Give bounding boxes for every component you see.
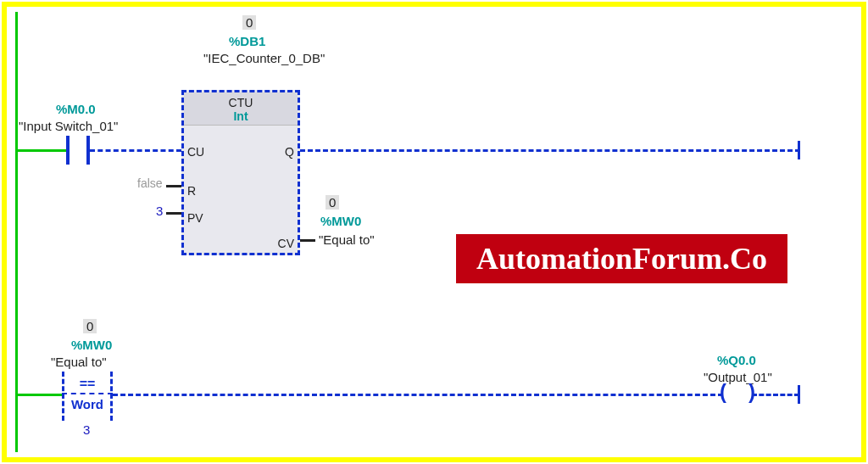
input-name: "Input Switch_01" [19, 119, 118, 133]
counter-instance-value: 0 [242, 15, 256, 30]
stub-cv [300, 239, 315, 242]
cmp-name: "Equal to" [51, 355, 107, 369]
wire-end-tick-2 [798, 385, 800, 404]
wire-contact-to-cu [90, 149, 181, 152]
output-name: "Output_01" [704, 370, 772, 384]
wire-q-end-tick [798, 141, 800, 159]
wire-coil-to-end [752, 394, 799, 396]
counter-instance-name: "IEC_Counter_0_DB" [203, 51, 305, 66]
watermark: AutomationForum.Co [456, 234, 787, 283]
cmp-address: %MW0 [71, 338, 112, 352]
cmp-operand2: 3 [83, 422, 90, 437]
stub-r [166, 185, 181, 187]
pin-q: Q [285, 145, 294, 159]
wire-q-out [300, 149, 800, 152]
pv-value: 3 [156, 204, 163, 218]
wire-rail-to-cmp [18, 394, 62, 396]
cmp-value: 0 [83, 319, 97, 333]
pin-cu: CU [187, 145, 204, 159]
contact-no[interactable] [66, 136, 90, 165]
counter-block[interactable]: CTU Int CU Q R PV CV [181, 90, 300, 255]
ladder-canvas: %M0.0 "Input Switch_01" 0 %DB1 "IEC_Coun… [7, 7, 861, 457]
counter-instance-db: %DB1 [229, 34, 265, 48]
pin-cv: CV [278, 237, 294, 250]
counter-datatype: Int [184, 109, 298, 123]
counter-type: CTU [184, 96, 298, 109]
cv-address: %MW0 [320, 214, 361, 228]
counter-header: CTU Int [184, 92, 298, 126]
wire-rail-to-contact [18, 149, 66, 152]
cmp-op: == [62, 377, 113, 392]
diagram-frame: %M0.0 "Input Switch_01" 0 %DB1 "IEC_Coun… [2, 2, 866, 462]
pin-r: R [187, 184, 196, 198]
output-coil[interactable]: ( ) [723, 383, 752, 407]
input-address: %M0.0 [56, 102, 96, 116]
wire-cmp-to-coil [113, 394, 723, 396]
cv-value: 0 [326, 195, 339, 210]
pin-pv: PV [187, 211, 203, 225]
cv-name: "Equal to" [319, 232, 375, 247]
cmp-datatype: Word [62, 397, 113, 411]
stub-pv [166, 212, 181, 215]
output-address: %Q0.0 [717, 353, 756, 367]
r-value: false [137, 176, 163, 190]
